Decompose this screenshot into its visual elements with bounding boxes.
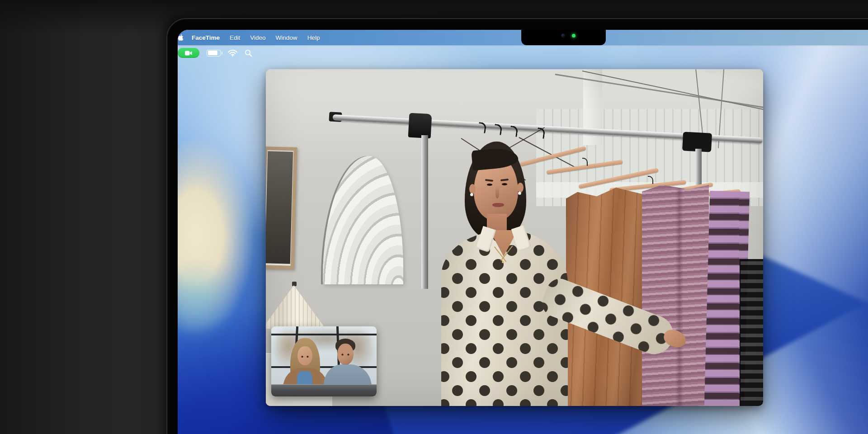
pearl-earring [470, 193, 473, 196]
menu-facetime[interactable]: FaceTime [192, 34, 220, 41]
hanging-fabric-mauve [642, 185, 709, 406]
lamp-finial [292, 282, 297, 286]
apple-logo-icon [178, 34, 184, 41]
menu-bar-status [178, 45, 868, 61]
pip-window-mullion [271, 334, 377, 335]
framed-artwork [266, 146, 297, 269]
camera-active-indicator-icon[interactable] [178, 48, 199, 58]
desktop-background: FaceTime Edit Video Window Help [0, 0, 868, 434]
necklace-pendant [502, 261, 504, 263]
wifi-icon[interactable] [228, 49, 237, 57]
nose [495, 186, 499, 198]
macbook-lid: FaceTime Edit Video Window Help [166, 18, 868, 434]
eye [502, 183, 507, 185]
facetime-window[interactable] [266, 69, 763, 406]
metal-cart [740, 259, 763, 406]
facetime-camera-lens [561, 33, 566, 38]
apple-menu[interactable] [178, 34, 184, 41]
pearl-earring [518, 192, 521, 195]
display-notch [521, 30, 606, 45]
pip-woman-face [297, 346, 312, 365]
rack-pole-left [421, 135, 428, 289]
battery-icon[interactable] [207, 50, 221, 57]
spotlight-search-icon[interactable] [245, 49, 252, 57]
ear [517, 183, 524, 193]
menu-video[interactable]: Video [250, 34, 265, 41]
rack-bracket-left [408, 113, 432, 139]
menu-edit[interactable]: Edit [230, 34, 240, 41]
battery-nub [222, 52, 223, 55]
artwork-print [266, 151, 293, 264]
local-participants-pip[interactable] [271, 326, 377, 396]
macbook-screen: FaceTime Edit Video Window Help [178, 30, 868, 434]
menu-window[interactable]: Window [276, 34, 297, 41]
video-camera-icon [185, 51, 192, 56]
pip-man-face [337, 344, 354, 365]
lips [492, 203, 504, 207]
ear [469, 184, 476, 194]
eye [487, 184, 492, 186]
menu-help[interactable]: Help [307, 34, 320, 41]
camera-in-use-green-dot [572, 34, 576, 38]
pip-desk [271, 384, 377, 396]
battery-fill [208, 51, 217, 55]
